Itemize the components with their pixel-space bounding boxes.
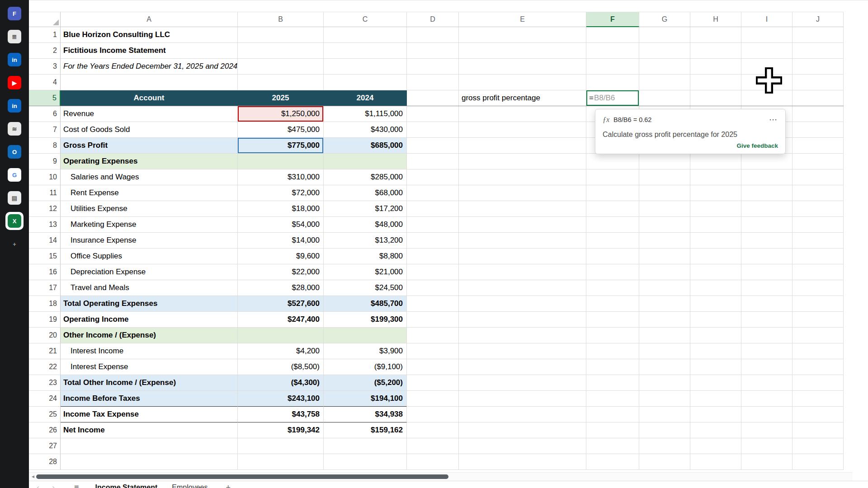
- youtube-icon-slot[interactable]: ▶: [5, 74, 24, 92]
- linkedin-icon[interactable]: in: [8, 53, 21, 66]
- outlook-icon[interactable]: O: [8, 145, 21, 159]
- cell-J15[interactable]: [793, 249, 844, 264]
- cell-F2[interactable]: [586, 43, 639, 59]
- excel-icon[interactable]: X: [8, 214, 21, 228]
- cell-J10[interactable]: [793, 169, 844, 185]
- prev-sheet-arrow[interactable]: ‹: [33, 483, 42, 488]
- app-icon-1[interactable]: F: [8, 7, 21, 20]
- cell-G27[interactable]: [639, 438, 690, 454]
- row-header-26[interactable]: 26: [29, 422, 61, 438]
- cell-D13[interactable]: [407, 217, 459, 233]
- linkedin-icon-2[interactable]: in: [8, 99, 21, 113]
- cell-A25[interactable]: Income Tax Expense: [61, 407, 238, 422]
- cell-H17[interactable]: [690, 280, 741, 296]
- cell-J19[interactable]: [793, 312, 844, 328]
- cell-B10[interactable]: $310,000: [238, 169, 324, 185]
- cell-E11[interactable]: [459, 185, 586, 201]
- horizontal-scrollbar[interactable]: ◄: [29, 472, 853, 481]
- cell-A1[interactable]: Blue Horizon Consulting LLC: [61, 27, 238, 43]
- cell-H18[interactable]: [690, 296, 741, 312]
- cell-B17[interactable]: $28,000: [238, 280, 324, 296]
- cell-H14[interactable]: [690, 233, 741, 249]
- cell-B20[interactable]: [238, 328, 324, 343]
- column-header-A[interactable]: A: [61, 12, 238, 27]
- add-app-icon-slot[interactable]: +: [5, 235, 24, 253]
- cell-J23[interactable]: [793, 375, 844, 391]
- cell-C26[interactable]: $159,162: [324, 422, 407, 438]
- app-icon-3-slot[interactable]: ≋: [5, 120, 24, 138]
- cell-A19[interactable]: Operating Income: [61, 312, 238, 328]
- cell-E13[interactable]: [459, 217, 586, 233]
- cell-F25[interactable]: [586, 407, 639, 422]
- cell-B15[interactable]: $9,600: [238, 249, 324, 264]
- cell-C8[interactable]: $685,000: [324, 138, 407, 154]
- cell-E16[interactable]: [459, 264, 586, 280]
- cell-A27[interactable]: [61, 438, 238, 454]
- cell-E21[interactable]: [459, 343, 586, 359]
- cell-B18[interactable]: $527,600: [238, 296, 324, 312]
- linkedin-icon-slot[interactable]: in: [5, 51, 24, 69]
- column-header-E[interactable]: E: [459, 12, 586, 27]
- row-header-16[interactable]: 16: [29, 264, 61, 280]
- cell-D8[interactable]: [407, 138, 459, 154]
- app-icon-2[interactable]: ≣: [8, 30, 21, 43]
- cell-I10[interactable]: [741, 169, 793, 185]
- cell-I15[interactable]: [741, 249, 793, 264]
- cell-D12[interactable]: [407, 201, 459, 217]
- cell-J13[interactable]: [793, 217, 844, 233]
- row-header-1[interactable]: 1: [29, 27, 61, 43]
- row-header-22[interactable]: 22: [29, 359, 61, 375]
- cell-H22[interactable]: [690, 359, 741, 375]
- row-header-23[interactable]: 23: [29, 375, 61, 391]
- cell-D22[interactable]: [407, 359, 459, 375]
- cell-B19[interactable]: $247,400: [238, 312, 324, 328]
- cell-D10[interactable]: [407, 169, 459, 185]
- cell-I18[interactable]: [741, 296, 793, 312]
- google-icon[interactable]: G: [8, 168, 21, 182]
- cell-J12[interactable]: [793, 201, 844, 217]
- cell-F21[interactable]: [586, 343, 639, 359]
- cell-B22[interactable]: ($8,500): [238, 359, 324, 375]
- cell-G16[interactable]: [639, 264, 690, 280]
- cell-A4[interactable]: [61, 75, 238, 90]
- cell-D17[interactable]: [407, 280, 459, 296]
- cell-J27[interactable]: [793, 438, 844, 454]
- cell-D15[interactable]: [407, 249, 459, 264]
- cell-G18[interactable]: [639, 296, 690, 312]
- google-icon-slot[interactable]: G: [5, 166, 24, 184]
- cell-H5[interactable]: [690, 90, 741, 106]
- cell-J20[interactable]: [793, 328, 844, 343]
- cell-B25[interactable]: $43,758: [238, 407, 324, 422]
- cell-E19[interactable]: [459, 312, 586, 328]
- cell-C7[interactable]: $430,000: [324, 122, 407, 138]
- cell-A20[interactable]: Other Income / (Expense): [61, 328, 238, 343]
- cell-B24[interactable]: $243,100: [238, 391, 324, 407]
- cell-E4[interactable]: [459, 75, 586, 90]
- add-app-icon[interactable]: +: [8, 237, 21, 251]
- cell-A13[interactable]: Marketing Expense: [61, 217, 238, 233]
- cell-H1[interactable]: [690, 27, 741, 43]
- cell-G11[interactable]: [639, 185, 690, 201]
- cell-J3[interactable]: [793, 59, 844, 75]
- cell-H26[interactable]: [690, 422, 741, 438]
- cell-A18[interactable]: Total Operating Expenses: [61, 296, 238, 312]
- app-icon-1-slot[interactable]: F: [5, 5, 24, 23]
- cell-A16[interactable]: Depreciation Expense: [61, 264, 238, 280]
- cell-J17[interactable]: [793, 280, 844, 296]
- all-sheets-menu-icon[interactable]: ≡: [74, 483, 79, 488]
- cell-J24[interactable]: [793, 391, 844, 407]
- cell-I2[interactable]: [741, 43, 793, 59]
- column-header-I[interactable]: I: [741, 12, 793, 27]
- cell-B16[interactable]: $22,000: [238, 264, 324, 280]
- cell-J25[interactable]: [793, 407, 844, 422]
- cell-B11[interactable]: $72,000: [238, 185, 324, 201]
- cell-B4[interactable]: [238, 75, 324, 90]
- cell-E20[interactable]: [459, 328, 586, 343]
- row-header-12[interactable]: 12: [29, 201, 61, 217]
- cell-C2[interactable]: [324, 43, 407, 59]
- row-header-3[interactable]: 3: [29, 59, 61, 75]
- cell-I26[interactable]: [741, 422, 793, 438]
- column-header-J[interactable]: J: [793, 12, 844, 27]
- column-header-C[interactable]: C: [324, 12, 407, 27]
- row-header-20[interactable]: 20: [29, 328, 61, 343]
